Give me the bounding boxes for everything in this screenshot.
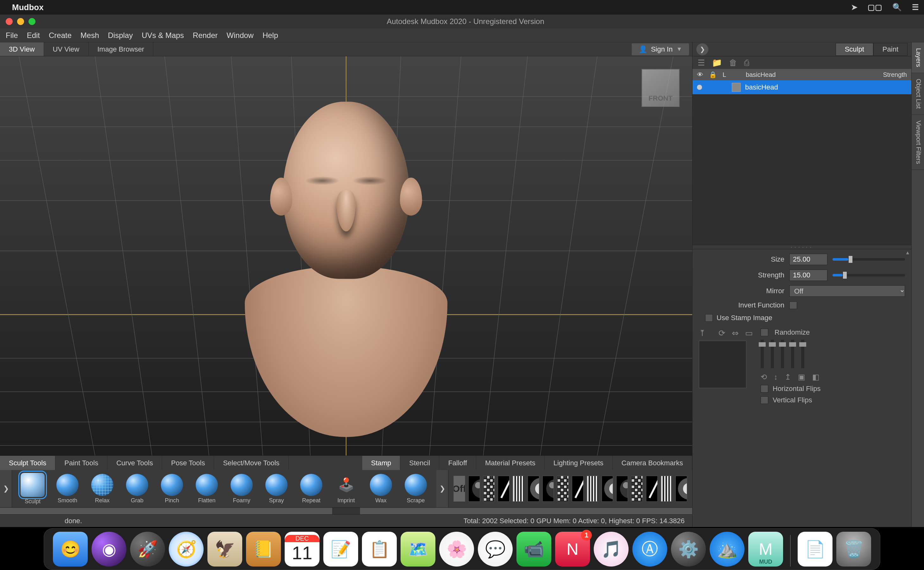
- tab-select-tools[interactable]: Select/Move Tools: [214, 456, 289, 470]
- rand-slider-2[interactable]: [771, 340, 774, 368]
- side-tab-object-list[interactable]: Object List: [912, 73, 924, 115]
- minimize-window-button[interactable]: [17, 18, 24, 25]
- rand-scale-icon[interactable]: ↥: [785, 372, 791, 382]
- stamp-thumb-grid[interactable]: [483, 476, 495, 502]
- displays-icon[interactable]: ▢▢: [868, 3, 882, 12]
- dock-appstore[interactable]: Ⓐ: [632, 532, 667, 567]
- rand-box-icon[interactable]: ▣: [798, 372, 805, 382]
- props-scroll-up-icon[interactable]: ▲: [905, 250, 910, 256]
- dock-document[interactable]: 📄: [798, 532, 832, 567]
- side-tab-layers[interactable]: Layers: [912, 42, 924, 73]
- tool-imprint[interactable]: 🕹️Imprint: [334, 474, 358, 504]
- strength-input[interactable]: [789, 270, 827, 281]
- tool-spray[interactable]: Spray: [264, 474, 289, 504]
- tab-sculpt-tools[interactable]: Sculpt Tools: [0, 456, 55, 470]
- zoom-window-button[interactable]: [29, 18, 35, 25]
- tab-materials[interactable]: Material Presets: [476, 456, 545, 470]
- menu-create[interactable]: Create: [49, 31, 72, 40]
- rand-move-icon[interactable]: ↕: [774, 372, 778, 382]
- randomize-checkbox[interactable]: [761, 329, 768, 336]
- tool-pinch[interactable]: Pinch: [160, 474, 184, 504]
- panel-resize-handle[interactable]: ······: [692, 245, 911, 249]
- stamp-thumb-noise[interactable]: [543, 476, 554, 502]
- dock-settings[interactable]: ⚙️: [671, 532, 706, 567]
- rand-slider-5[interactable]: [801, 340, 804, 368]
- tab-stencil[interactable]: Stencil: [400, 456, 439, 470]
- stamp-import-icon[interactable]: ⤒: [699, 328, 706, 338]
- tool-relax[interactable]: Relax: [90, 474, 115, 504]
- tab-3d-view[interactable]: 3D View: [0, 42, 44, 56]
- stamp-refresh-icon[interactable]: ⟳: [718, 328, 726, 338]
- view-cube[interactable]: FRONT: [641, 69, 680, 107]
- stamp-scroll-right[interactable]: ❯: [437, 470, 448, 507]
- tool-scrape[interactable]: Scrape: [403, 474, 428, 504]
- menu-display[interactable]: Display: [108, 31, 133, 40]
- menu-help[interactable]: Help: [263, 31, 278, 40]
- spotlight-icon[interactable]: 🔍: [892, 3, 902, 12]
- stamp-thumb-burst[interactable]: [675, 476, 687, 502]
- stamp-thumb-rock[interactable]: [468, 476, 480, 502]
- dock-photos[interactable]: 🌸: [439, 532, 474, 567]
- tab-sculpt-mode[interactable]: Sculpt: [836, 43, 873, 56]
- stamp-thumb-stripes[interactable]: [513, 476, 524, 502]
- tab-lighting[interactable]: Lighting Presets: [545, 456, 613, 470]
- tool-scrollbar[interactable]: [0, 507, 692, 514]
- stamp-thumb-dots[interactable]: [602, 476, 613, 502]
- tool-flatten[interactable]: Flatten: [194, 474, 219, 504]
- stamp-thumb-crack[interactable]: [498, 476, 509, 502]
- close-window-button[interactable]: [6, 18, 13, 25]
- stamp-thumb-weave[interactable]: [646, 476, 658, 502]
- rand-slider-3[interactable]: [781, 340, 784, 368]
- mac-app-name[interactable]: Mudbox: [12, 3, 44, 12]
- stamp-thumb-lines1[interactable]: [616, 476, 628, 502]
- rand-slider-4[interactable]: [791, 340, 794, 368]
- tab-curve-tools[interactable]: Curve Tools: [108, 456, 162, 470]
- size-input[interactable]: [789, 254, 827, 265]
- dock-reminders[interactable]: 📋: [362, 532, 397, 567]
- tool-sculpt[interactable]: Sculpt: [20, 473, 45, 505]
- dock-finder[interactable]: 😊: [53, 532, 88, 567]
- dock-messages[interactable]: 💬: [478, 532, 513, 567]
- dock-music[interactable]: 🎵: [594, 532, 629, 567]
- layer-row[interactable]: basicHead: [692, 80, 911, 94]
- tool-grab[interactable]: Grab: [125, 474, 149, 504]
- panel-collapse-button[interactable]: ❯: [696, 43, 708, 55]
- rand-slider-1[interactable]: [761, 340, 764, 368]
- dock-facetime[interactable]: 📹: [517, 532, 551, 567]
- menu-render[interactable]: Render: [193, 31, 218, 40]
- menu-mesh[interactable]: Mesh: [80, 31, 99, 40]
- tool-foamy[interactable]: Foamy: [229, 474, 254, 504]
- dock-notes[interactable]: 📝: [323, 532, 358, 567]
- layers-icon[interactable]: ☰: [698, 58, 705, 68]
- menu-window[interactable]: Window: [227, 31, 254, 40]
- tab-image-browser[interactable]: Image Browser: [89, 42, 154, 56]
- export-icon[interactable]: ⎙: [744, 58, 749, 68]
- dock-news[interactable]: N1: [555, 532, 590, 567]
- dock-safari[interactable]: 🧭: [169, 532, 204, 567]
- stamp-open-icon[interactable]: ▭: [745, 328, 753, 338]
- side-tab-viewport-filters[interactable]: Viewport Filters: [912, 115, 924, 170]
- strength-slider[interactable]: [832, 274, 905, 276]
- stamp-thumb-cells[interactable]: [557, 476, 569, 502]
- dock-launchpad[interactable]: 🚀: [130, 532, 165, 567]
- vflip-checkbox[interactable]: [761, 396, 768, 404]
- trash-icon[interactable]: 🗑: [729, 58, 737, 68]
- dock-maps[interactable]: 🗺️: [401, 532, 435, 567]
- tool-repeat[interactable]: Repeat: [299, 474, 324, 504]
- stamp-thumb-ring[interactable]: [631, 476, 643, 502]
- stamp-off[interactable]: Off: [454, 476, 465, 502]
- dock-contacts[interactable]: 📒: [246, 532, 281, 567]
- tab-uv-view[interactable]: UV View: [44, 42, 89, 56]
- tab-bookmarks[interactable]: Camera Bookmarks: [613, 456, 692, 470]
- tool-smooth[interactable]: Smooth: [55, 474, 80, 504]
- tab-paint-tools[interactable]: Paint Tools: [55, 456, 108, 470]
- use-stamp-checkbox[interactable]: [705, 314, 713, 322]
- dock-siri[interactable]: ◉: [92, 532, 126, 567]
- tool-scroll-right[interactable]: ❯: [0, 470, 12, 507]
- hflip-checkbox[interactable]: [761, 385, 768, 392]
- control-center-icon[interactable]: ☰: [912, 3, 919, 12]
- sign-in-button[interactable]: 👤 Sign In ▼: [632, 43, 689, 55]
- stamp-thumb-stars[interactable]: [572, 476, 584, 502]
- menu-edit[interactable]: Edit: [27, 31, 40, 40]
- dock-nordvpn[interactable]: ⛰️: [710, 532, 744, 567]
